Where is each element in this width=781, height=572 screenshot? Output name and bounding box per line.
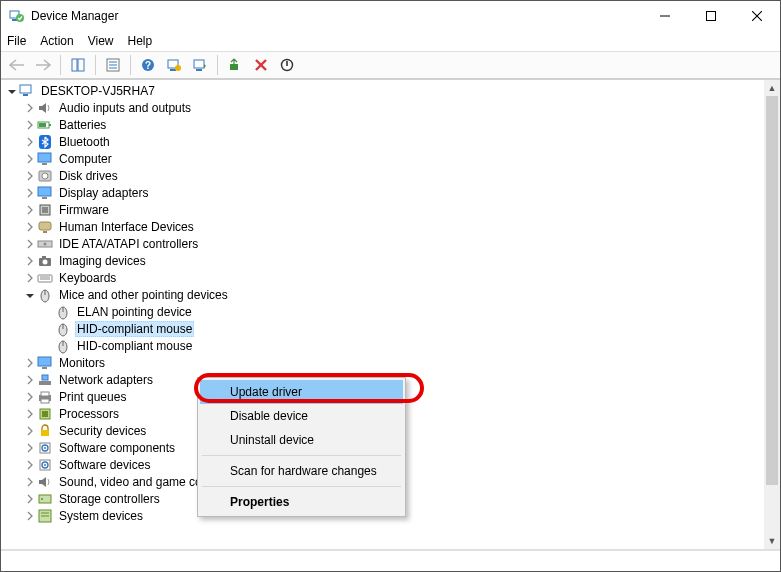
- toolbar-properties-button[interactable]: [101, 54, 125, 76]
- mouse-icon: [55, 338, 71, 354]
- lock-icon: [37, 423, 53, 439]
- tree-label: Disk drives: [57, 169, 120, 183]
- tree-row-root[interactable]: DESKTOP-VJ5RHA7: [1, 82, 764, 99]
- chevron-right-icon[interactable]: [23, 169, 37, 183]
- tree-row-cat-3[interactable]: Computer: [1, 150, 764, 167]
- mouse-icon: [55, 304, 71, 320]
- menu-action[interactable]: Action: [40, 34, 73, 48]
- tree-row-child-11-1[interactable]: HID-compliant mouse: [1, 320, 764, 337]
- chevron-right-icon[interactable]: [23, 407, 37, 421]
- chevron-right-icon[interactable]: [23, 254, 37, 268]
- mouse-icon: [37, 287, 53, 303]
- toolbar-show-hide-button[interactable]: [66, 54, 90, 76]
- menu-view[interactable]: View: [88, 34, 114, 48]
- ide-icon: [37, 236, 53, 252]
- toolbar-uninstall-button[interactable]: [249, 54, 273, 76]
- context-disable-device[interactable]: Disable device: [200, 404, 403, 428]
- svg-rect-57: [42, 367, 47, 369]
- tree-row-cat-0[interactable]: Audio inputs and outputs: [1, 99, 764, 116]
- chevron-right-icon[interactable]: [23, 271, 37, 285]
- tree-row-child-11-0[interactable]: ELAN pointing device: [1, 303, 764, 320]
- menu-file[interactable]: File: [7, 34, 26, 48]
- chevron-right-icon[interactable]: [23, 101, 37, 115]
- chevron-right-icon[interactable]: [23, 203, 37, 217]
- chevron-right-icon[interactable]: [23, 152, 37, 166]
- minimize-button[interactable]: [642, 1, 688, 31]
- context-scan-hardware[interactable]: Scan for hardware changes: [200, 459, 403, 483]
- tree-label: Software components: [57, 441, 177, 455]
- chevron-right-icon[interactable]: [23, 424, 37, 438]
- chevron-right-icon[interactable]: [23, 373, 37, 387]
- tree-row-cat-5[interactable]: Display adapters: [1, 184, 764, 201]
- context-properties[interactable]: Properties: [200, 490, 403, 514]
- printer-icon: [37, 389, 53, 405]
- scroll-down-arrow-icon[interactable]: ▼: [764, 533, 780, 549]
- chevron-right-icon[interactable]: [23, 390, 37, 404]
- chevron-none: [41, 339, 55, 353]
- tree-row-cat-8[interactable]: IDE ATA/ATAPI controllers: [1, 235, 764, 252]
- tree-label: IDE ATA/ATAPI controllers: [57, 237, 200, 251]
- camera-icon: [37, 253, 53, 269]
- svg-rect-24: [20, 85, 31, 93]
- chevron-right-icon[interactable]: [23, 220, 37, 234]
- status-bar: [1, 549, 780, 571]
- context-update-driver[interactable]: Update driver: [200, 380, 403, 404]
- speaker-icon: [37, 474, 53, 490]
- close-button[interactable]: [734, 1, 780, 31]
- toolbar-scan-hardware-button[interactable]: [162, 54, 186, 76]
- tree-row-cat-11[interactable]: Mice and other pointing devices: [1, 286, 764, 303]
- chevron-right-icon[interactable]: [23, 356, 37, 370]
- toolbar-separator: [130, 55, 131, 75]
- tree-row-cat-6[interactable]: Firmware: [1, 201, 764, 218]
- tree-row-cat-4[interactable]: Disk drives: [1, 167, 764, 184]
- software-icon: [37, 440, 53, 456]
- tree-label: Monitors: [57, 356, 107, 370]
- toolbar-enable-button[interactable]: [188, 54, 212, 76]
- chevron-right-icon[interactable]: [23, 441, 37, 455]
- tree-row-cat-1[interactable]: Batteries: [1, 116, 764, 133]
- vertical-scrollbar[interactable]: ▲ ▼: [764, 80, 780, 549]
- toolbar-update-driver-button[interactable]: [223, 54, 247, 76]
- svg-rect-44: [42, 256, 46, 258]
- chevron-right-icon[interactable]: [23, 475, 37, 489]
- tree-label: Print queues: [57, 390, 128, 404]
- tree-row-cat-7[interactable]: Human Interface Devices: [1, 218, 764, 235]
- toolbar-separator: [95, 55, 96, 75]
- tree-label: ELAN pointing device: [75, 305, 194, 319]
- scroll-track[interactable]: [764, 96, 780, 533]
- tree-label: DESKTOP-VJ5RHA7: [39, 84, 157, 98]
- tree-label: Mice and other pointing devices: [57, 288, 230, 302]
- scroll-up-arrow-icon[interactable]: ▲: [764, 80, 780, 96]
- svg-rect-25: [23, 94, 28, 96]
- chevron-down-icon[interactable]: [5, 84, 19, 98]
- tree-row-cat-10[interactable]: Keyboards: [1, 269, 764, 286]
- chevron-right-icon[interactable]: [23, 118, 37, 132]
- svg-rect-58: [39, 381, 51, 385]
- maximize-button[interactable]: [688, 1, 734, 31]
- chevron-right-icon[interactable]: [23, 186, 37, 200]
- svg-rect-65: [41, 430, 49, 436]
- chevron-none: [41, 305, 55, 319]
- toolbar-disable-button[interactable]: [275, 54, 299, 76]
- chevron-right-icon[interactable]: [23, 458, 37, 472]
- toolbar-help-button[interactable]: ?: [136, 54, 160, 76]
- toolbar-forward-button[interactable]: [31, 54, 55, 76]
- chevron-right-icon[interactable]: [23, 509, 37, 523]
- disk-icon: [37, 168, 53, 184]
- scroll-thumb[interactable]: [766, 96, 778, 485]
- tree-row-cat-9[interactable]: Imaging devices: [1, 252, 764, 269]
- svg-rect-35: [42, 197, 47, 199]
- chevron-right-icon[interactable]: [23, 237, 37, 251]
- chevron-down-icon[interactable]: [23, 288, 37, 302]
- tree-label: Network adapters: [57, 373, 155, 387]
- tree-row-child-11-2[interactable]: HID-compliant mouse: [1, 337, 764, 354]
- tree-row-cat-2[interactable]: Bluetooth: [1, 133, 764, 150]
- chevron-none: [41, 322, 55, 336]
- tree-row-cat-12[interactable]: Monitors: [1, 354, 764, 371]
- menu-help[interactable]: Help: [128, 34, 153, 48]
- chevron-right-icon[interactable]: [23, 135, 37, 149]
- chevron-right-icon[interactable]: [23, 492, 37, 506]
- context-uninstall-device[interactable]: Uninstall device: [200, 428, 403, 452]
- monitor-icon: [37, 355, 53, 371]
- toolbar-back-button[interactable]: [5, 54, 29, 76]
